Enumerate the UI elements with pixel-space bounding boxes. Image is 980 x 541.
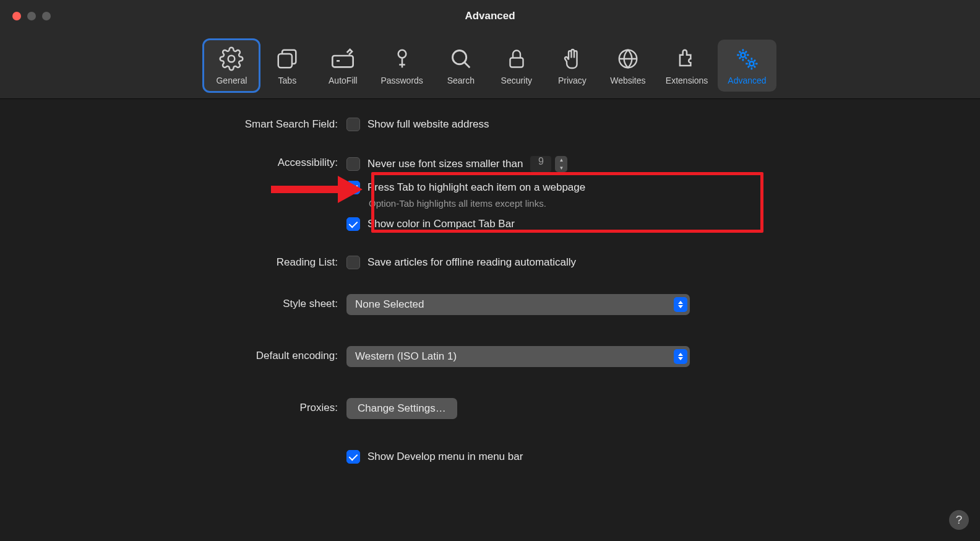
tab-label: Search	[447, 76, 475, 85]
tab-label: Privacy	[558, 76, 587, 85]
tab-websites[interactable]: Websites	[600, 40, 656, 92]
traffic-lights	[0, 12, 51, 20]
help-button[interactable]: ?	[949, 510, 969, 530]
reading-list-label: Reading List:	[49, 256, 346, 269]
press-tab-hint: Option-Tab highlights all items except l…	[369, 198, 585, 209]
change-settings-label: Change Settings…	[358, 402, 446, 415]
svg-point-3	[398, 50, 406, 58]
tab-passwords[interactable]: Passwords	[371, 40, 432, 92]
tab-security[interactable]: Security	[489, 40, 544, 92]
save-offline-checkbox[interactable]	[346, 256, 360, 269]
fullscreen-window-button[interactable]	[42, 12, 51, 20]
lock-icon	[504, 46, 530, 72]
accessibility-label: Accessibility:	[49, 156, 346, 169]
default-encoding-dropdown[interactable]: Western (ISO Latin 1)	[346, 346, 690, 367]
dropdown-arrows-icon	[674, 349, 687, 364]
puzzle-icon	[674, 46, 700, 72]
show-develop-checkbox[interactable]	[346, 450, 360, 464]
tab-label: Tabs	[278, 76, 297, 85]
min-font-size-stepper[interactable]: ▲▼	[555, 156, 567, 172]
never-use-smaller-checkbox[interactable]	[346, 157, 360, 171]
tab-extensions[interactable]: Extensions	[656, 40, 718, 92]
style-sheet-dropdown[interactable]: None Selected	[346, 294, 690, 315]
tab-label: Extensions	[666, 76, 708, 85]
globe-icon	[615, 46, 641, 72]
tab-tabs[interactable]: Tabs	[259, 40, 315, 92]
svg-rect-5	[510, 58, 523, 67]
search-icon	[448, 46, 474, 72]
show-color-label: Show color in Compact Tab Bar	[368, 218, 515, 230]
tabs-icon	[274, 46, 300, 72]
content-pane: Smart Search Field: Show full website ad…	[0, 99, 980, 495]
tab-label: Websites	[610, 76, 645, 85]
proxies-label: Proxies:	[49, 398, 346, 414]
default-encoding-label: Default encoding:	[49, 346, 346, 362]
change-settings-button[interactable]: Change Settings…	[346, 398, 457, 419]
annotation-arrow	[271, 176, 363, 203]
tab-label: General	[216, 76, 247, 85]
tab-privacy[interactable]: Privacy	[544, 40, 600, 92]
style-sheet-label: Style sheet:	[49, 294, 346, 310]
svg-point-4	[452, 50, 466, 64]
svg-rect-1	[278, 54, 292, 67]
min-font-size-field[interactable]: 9	[530, 156, 551, 172]
show-full-address-checkbox[interactable]	[346, 118, 360, 131]
tab-label: Security	[501, 76, 533, 85]
autofill-icon	[330, 46, 356, 72]
svg-rect-2	[333, 56, 353, 67]
press-tab-label: Press Tab to highlight each item on a we…	[368, 181, 585, 194]
style-sheet-value: None Selected	[355, 298, 424, 311]
svg-point-0	[228, 55, 235, 62]
tab-general[interactable]: General	[204, 40, 259, 92]
svg-point-8	[750, 61, 754, 66]
tab-advanced[interactable]: Advanced	[718, 40, 776, 92]
tab-label: Advanced	[728, 76, 766, 85]
help-label: ?	[956, 513, 963, 527]
tab-label: Passwords	[380, 76, 423, 85]
titlebar: Advanced	[0, 0, 980, 32]
show-full-address-label: Show full website address	[368, 118, 489, 131]
gear-icon	[218, 46, 244, 72]
window-title: Advanced	[465, 10, 515, 22]
hand-icon	[559, 46, 585, 72]
svg-point-7	[741, 53, 746, 57]
tab-autofill[interactable]: AutoFill	[315, 40, 371, 92]
show-develop-label: Show Develop menu in menu bar	[368, 451, 523, 463]
dropdown-arrows-icon	[674, 297, 687, 312]
preferences-toolbar: General Tabs AutoFill Passwords Search S…	[0, 32, 980, 99]
default-encoding-value: Western (ISO Latin 1)	[355, 350, 457, 363]
tab-search[interactable]: Search	[433, 40, 489, 92]
gears-icon	[734, 46, 760, 72]
never-use-smaller-label: Never use font sizes smaller than	[368, 158, 523, 170]
save-offline-label: Save articles for offline reading automa…	[368, 256, 576, 269]
smart-search-label: Smart Search Field:	[49, 118, 346, 131]
tab-label: AutoFill	[329, 76, 358, 85]
show-color-checkbox[interactable]	[346, 217, 360, 231]
minimize-window-button[interactable]	[27, 12, 36, 20]
close-window-button[interactable]	[12, 12, 21, 20]
key-icon	[389, 46, 415, 72]
